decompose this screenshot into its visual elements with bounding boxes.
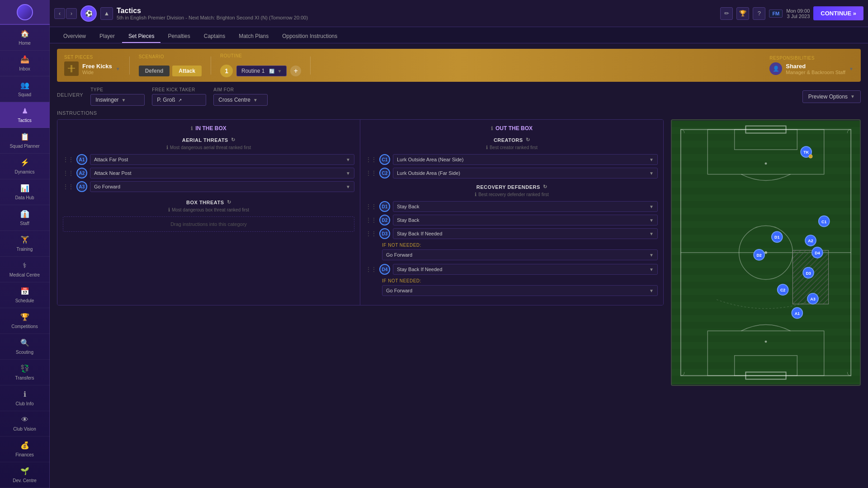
- edit-icon-button[interactable]: ✏: [720, 7, 733, 20]
- d3-go-forward-arrow: ▼: [649, 253, 654, 258]
- sidebar-item-dynamics[interactable]: ⚡ Dynamics: [0, 154, 50, 179]
- sidebar-item-competitions[interactable]: 🏆 Competitions: [0, 308, 50, 334]
- sidebar-item-tactics[interactable]: ♟ Tactics: [0, 102, 50, 128]
- aim-for-field: AIM FOR Cross Centre ▼: [213, 87, 268, 106]
- recovery-refresh[interactable]: ↻: [543, 184, 547, 190]
- svg-rect-1: [71, 65, 72, 72]
- c2-drag-handle[interactable]: ⋮⋮: [366, 170, 377, 176]
- a2-select[interactable]: Attack Near Post ▼: [90, 168, 354, 178]
- c1-select[interactable]: Lurk Outside Area (Near Side) ▼: [393, 154, 658, 165]
- tab-match-plans[interactable]: Match Plans: [232, 30, 275, 43]
- a3-arrow: ▼: [346, 184, 350, 189]
- d4-select[interactable]: Stay Back If Needed ▼: [393, 264, 658, 275]
- subnav: Overview Player Set Pieces Penalties Cap…: [50, 27, 868, 43]
- external-link-icon: ↗: [178, 98, 182, 103]
- a3-select[interactable]: Go Forward ▼: [90, 181, 354, 192]
- inbox-icon: 📥: [20, 55, 29, 64]
- trophy-icon-button[interactable]: 🏆: [736, 7, 749, 20]
- c2-select[interactable]: Lurk Outside Area (Far Side) ▼: [393, 168, 658, 178]
- creators-refresh[interactable]: ↻: [526, 137, 530, 143]
- aerial-a2-row: ⋮⋮ A2 Attack Near Post ▼: [63, 168, 354, 178]
- player-a1-label: A1: [795, 311, 800, 316]
- free-kick-svg: [67, 64, 76, 73]
- free-kick-taker-field: FREE KICK TAKER P. Groß ↗: [152, 87, 206, 106]
- sidebar-item-home[interactable]: 🏠 Home: [0, 25, 50, 51]
- d2-select[interactable]: Stay Back ▼: [393, 215, 658, 225]
- sidebar-item-inbox[interactable]: 📥 Inbox: [0, 51, 50, 76]
- box-hint-info-icon: ℹ: [168, 207, 170, 213]
- tab-overview[interactable]: Overview: [57, 30, 92, 43]
- preview-options-arrow: ▼: [850, 94, 855, 99]
- d2-value: Stay Back: [397, 217, 420, 223]
- sidebar-item-squad[interactable]: 👥 Squad: [0, 76, 50, 102]
- routine-section: ROUTINE 1 Routine 1 🔄 ▼ +: [220, 53, 301, 77]
- svg-point-12: [765, 162, 767, 164]
- d4-go-forward-select[interactable]: Go Forward ▼: [382, 285, 658, 296]
- free-kick-taker-value: P. Groß: [157, 97, 175, 103]
- field-svg: TK D1 D2 A2 D4 C1: [671, 119, 861, 386]
- d1-drag-handle[interactable]: ⋮⋮: [366, 203, 377, 210]
- sidebar-logo: [0, 0, 50, 25]
- tab-player[interactable]: Player: [93, 30, 121, 43]
- nav-up-button[interactable]: ▲: [100, 7, 113, 20]
- sidebar-item-medical[interactable]: ⚕ Medical Centre: [0, 257, 50, 282]
- sidebar-item-transfers[interactable]: 💱 Transfers: [0, 360, 50, 385]
- sidebar-label-tactics: Tactics: [18, 118, 32, 123]
- sidebar-item-club-vision[interactable]: 👁 Club Vision: [0, 411, 50, 436]
- a3-drag-handle[interactable]: ⋮⋮: [63, 183, 74, 190]
- continue-button[interactable]: CONTINUE »: [813, 6, 863, 20]
- scenario-defend-button[interactable]: Defend: [139, 66, 170, 76]
- c1-drag-handle[interactable]: ⋮⋮: [366, 156, 377, 163]
- sidebar-item-schedule[interactable]: 📅 Schedule: [0, 282, 50, 308]
- d3-drag-handle[interactable]: ⋮⋮: [366, 230, 377, 237]
- help-icon-button[interactable]: ?: [753, 7, 765, 20]
- tab-set-pieces[interactable]: Set Pieces: [122, 30, 160, 43]
- a1-drag-handle[interactable]: ⋮⋮: [63, 156, 74, 163]
- sidebar-item-data-hub[interactable]: 📊 Data Hub: [0, 179, 50, 205]
- sidebar-label-squad-planner: Squad Planner: [9, 144, 39, 149]
- sidebar-item-dev-centre[interactable]: 🌱 Dev. Centre: [0, 462, 50, 488]
- out-the-box-title: ℹ OUT THE BOX: [366, 125, 658, 131]
- sidebar-label-club-vision: Club Vision: [13, 427, 36, 432]
- sidebar-item-squad-planner[interactable]: 📋 Squad Planner: [0, 128, 50, 154]
- sidebar-item-finances[interactable]: 💰 Finances: [0, 436, 50, 462]
- free-kick-taker-select[interactable]: P. Groß ↗: [152, 94, 206, 106]
- scenario-attack-button[interactable]: Attack: [172, 66, 202, 76]
- a2-drag-handle[interactable]: ⋮⋮: [63, 170, 74, 176]
- responsibilities-info: RESPONSIBILITIES 👤 Shared Manager & Back…: [769, 56, 854, 75]
- c2-arrow: ▼: [649, 171, 654, 176]
- creators-info-icon: ℹ: [486, 145, 488, 150]
- sidebar-item-training[interactable]: 🏋 Training: [0, 231, 50, 257]
- a1-select[interactable]: Attack Far Post ▼: [90, 154, 354, 165]
- team-icon-button[interactable]: ⚽: [80, 5, 97, 22]
- c1-badge: C1: [379, 154, 390, 165]
- d4-drag-handle[interactable]: ⋮⋮: [366, 266, 377, 272]
- sidebar-item-scouting[interactable]: 🔍 Scouting: [0, 334, 50, 360]
- tab-penalties[interactable]: Penalties: [161, 30, 196, 43]
- box-threats-refresh[interactable]: ↻: [227, 199, 231, 205]
- sidebar-item-staff[interactable]: 👔 Staff: [0, 205, 50, 231]
- sidebar-item-club-info[interactable]: ℹ Club Info: [0, 385, 50, 411]
- nav-forward-button[interactable]: ›: [66, 8, 77, 19]
- routine-select[interactable]: Routine 1 🔄 ▼: [236, 66, 287, 76]
- d1-value: Stay Back: [397, 204, 420, 209]
- box-threats-hint: ℹ Most dangerous box threat ranked first: [63, 207, 354, 213]
- aerial-threats-refresh[interactable]: ↻: [231, 137, 236, 143]
- d3-if-not-needed-section: IF NOT NEEDED: Go Forward ▼: [366, 243, 658, 260]
- d2-drag-handle[interactable]: ⋮⋮: [366, 217, 377, 223]
- d1-select[interactable]: Stay Back ▼: [393, 201, 658, 212]
- tab-opposition-instructions[interactable]: Opposition Instructions: [276, 30, 344, 43]
- d3-go-forward-select[interactable]: Go Forward ▼: [382, 249, 658, 260]
- delivery-type-select[interactable]: Inswinger ▼: [90, 94, 145, 106]
- responsibilities-text: Shared Manager & Backroom Staff: [786, 63, 845, 75]
- routine-label: ROUTINE: [220, 53, 242, 58]
- tab-captains[interactable]: Captains: [198, 30, 231, 43]
- transfers-icon: 💱: [20, 364, 29, 373]
- preview-options-button[interactable]: Preview Options ▼: [802, 90, 861, 103]
- instructions-grid: ℹ IN THE BOX AERIAL THREATS ↻ ℹ Most dan…: [57, 119, 664, 305]
- responsibilities-chevron: ▼: [849, 66, 854, 71]
- aim-for-select[interactable]: Cross Centre ▼: [213, 94, 268, 106]
- d3-select[interactable]: Stay Back If Needed ▼: [393, 228, 658, 239]
- add-routine-button[interactable]: +: [290, 66, 301, 76]
- nav-back-button[interactable]: ‹: [54, 8, 65, 19]
